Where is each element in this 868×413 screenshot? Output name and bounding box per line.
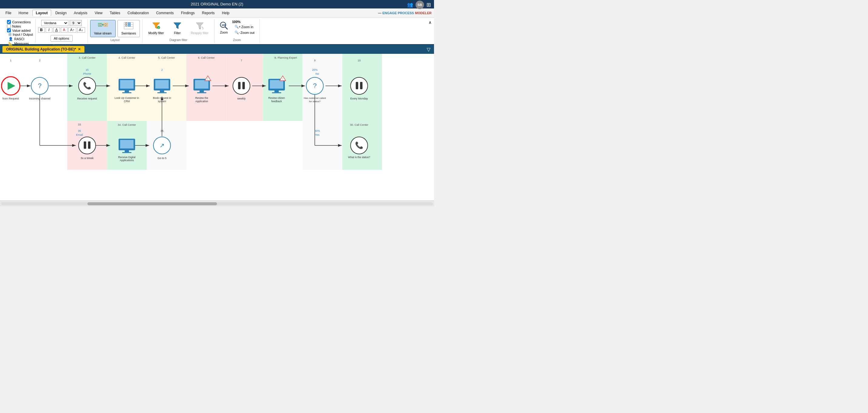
measures-icon: 📐 <box>8 41 13 46</box>
measures-label: Measures <box>14 42 29 45</box>
font-color-button[interactable]: A <box>61 27 67 33</box>
tab-close-button[interactable]: ✕ <box>78 47 81 51</box>
value-stream-button[interactable]: Value stream <box>90 20 116 37</box>
bold-button[interactable]: B <box>38 27 45 33</box>
menu-collaboration[interactable]: Collaboration <box>124 10 152 16</box>
node-3-phone-icon: 📞 <box>83 82 91 90</box>
filter-group-label: Diagram filter <box>169 37 187 42</box>
node-2-question-icon: ? <box>38 82 41 90</box>
node-1-label: from Request <box>2 97 19 100</box>
node-5-label-2: system <box>158 100 166 103</box>
filter-buttons-row: ✓ Modify filter Filter <box>145 20 212 36</box>
node-9-question-icon: ? <box>313 82 317 90</box>
shrink-font-button[interactable]: A↓ <box>77 27 85 33</box>
swimlane-6-label: 6. Call Center <box>198 56 215 59</box>
node-8-label-2: feedback <box>272 100 282 103</box>
tab-label: ORIGINAL Building Application (TO-BE)* <box>6 47 76 51</box>
num-35: 35 <box>160 129 163 132</box>
menu-help[interactable]: Help <box>219 10 232 16</box>
menu-home[interactable]: Home <box>16 10 31 16</box>
zoom-group-label: Zoom <box>233 37 241 42</box>
modify-filter-button[interactable]: ✓ Modify filter <box>145 20 167 36</box>
menu-bar: File Home Layout Design Analysis View Ta… <box>0 8 434 18</box>
value-stream-icon <box>98 22 108 31</box>
svg-marker-15 <box>174 23 181 29</box>
node-10-circle[interactable] <box>350 77 368 95</box>
node-6-warning-text: ! <box>207 77 208 80</box>
grid-icon[interactable]: ⊞ <box>427 2 431 8</box>
node-33-pause-bar1 <box>84 141 86 149</box>
svg-line-19 <box>225 27 227 29</box>
horizontal-scrollbar[interactable] <box>1 202 433 205</box>
scrollbar-area <box>0 201 434 207</box>
notes-checkbox[interactable] <box>7 24 11 28</box>
swimlane-5-label: 5. Call Center <box>158 56 175 59</box>
font-family-select[interactable]: Verdana <box>41 20 68 26</box>
italic-button[interactable]: I <box>46 27 52 33</box>
menu-design[interactable]: Design <box>52 10 70 16</box>
filter-label: Filter <box>174 31 181 35</box>
zoom-group: 100 Zoom 100% 🔍+ Zoom in 🔍- Zoom out Zoo… <box>215 19 260 43</box>
node-10-pause-bar1 <box>355 82 358 89</box>
zoom-in-button[interactable]: 🔍+ Zoom in <box>232 24 257 29</box>
process-tab[interactable]: ORIGINAL Building Application (TO-BE)* ✕ <box>2 46 85 53</box>
value-added-checkbox-row: Value added <box>7 28 31 32</box>
value-added-checkbox[interactable] <box>7 28 11 32</box>
menu-tables[interactable]: Tables <box>107 10 123 16</box>
value-added-label: Value added <box>12 29 31 32</box>
menu-view[interactable]: View <box>92 10 105 16</box>
reapply-filter-icon <box>195 22 204 31</box>
menu-reports[interactable]: Reports <box>199 10 218 16</box>
io-icon: ⊞ <box>8 32 11 37</box>
underline-button[interactable]: A <box>53 27 60 33</box>
filter-button[interactable]: Filter <box>169 20 186 36</box>
rasci-icon: 👤 <box>8 37 13 41</box>
zoom-out-icon: 🔍- <box>235 31 240 34</box>
modify-filter-icon: ✓ <box>152 22 160 31</box>
menu-layout[interactable]: Layout <box>32 10 51 16</box>
num-33: 33 <box>78 123 81 126</box>
node-33-circle[interactable] <box>79 137 96 154</box>
all-options-button[interactable]: All options <box>51 35 73 42</box>
showhide-right-items: ⊞ Input / Output 👤 RASCI 📐 Measures <box>8 32 33 46</box>
node-35-goto-icon: ↗ <box>159 142 165 149</box>
zoom-out-button[interactable]: 🔍- Zoom out <box>232 30 257 35</box>
node-9-no-annotation: No <box>315 72 319 75</box>
zoom-in-icon: 🔍+ <box>235 25 241 29</box>
node-5-stand <box>160 91 164 92</box>
menu-comments[interactable]: Comments <box>153 10 177 16</box>
collapse-ribbon-button[interactable]: ∧ <box>429 20 432 25</box>
node-4-label-2: CRM <box>124 100 130 103</box>
reapply-filter-label: Reapply filter <box>191 31 208 35</box>
zoom-button[interactable]: 100 Zoom <box>217 20 231 35</box>
menu-file[interactable]: File <box>2 10 14 16</box>
user-avatar[interactable]: SB <box>415 1 424 9</box>
node-34-label-1: Receive Digital <box>118 156 135 159</box>
node-5-label-1: Book request in <box>153 97 171 100</box>
zoom-label: Zoom <box>220 31 228 34</box>
node-33-email-annotation: Email <box>76 133 83 136</box>
node-8-label-1: Review citizen <box>269 97 285 100</box>
grow-font-button[interactable]: A↑ <box>68 27 76 33</box>
num-1: 1 <box>10 59 11 62</box>
reapply-filter-button[interactable]: Reapply filter <box>187 20 212 36</box>
node-5-base <box>157 92 166 93</box>
svg-text:100: 100 <box>221 24 226 27</box>
showhide-group: Connections Notes Value added ⊞ Input / … <box>2 19 36 43</box>
connections-checkbox-row: Connections <box>7 20 31 24</box>
node-7-circle[interactable] <box>233 77 250 95</box>
title-bar: 2021 ORIGINAL Demo EN (2) 👥 SB ⊞ <box>0 0 434 8</box>
font-size-select[interactable]: 9 <box>70 20 82 26</box>
menu-findings[interactable]: Findings <box>178 10 198 16</box>
node-3-phone-annotation: Phone <box>83 72 91 75</box>
svg-text:✓: ✓ <box>158 27 160 29</box>
node-9-label-2: for status? <box>309 100 320 103</box>
scrollbar-thumb[interactable] <box>88 202 217 205</box>
node-4-label-1: Look Up Customer in <box>115 97 139 100</box>
menu-analysis[interactable]: Analysis <box>71 10 91 16</box>
svg-rect-9 <box>128 23 130 24</box>
swimlanes-button[interactable]: Swimlanes <box>117 20 140 37</box>
num-2: 2 <box>39 59 40 62</box>
connections-checkbox[interactable] <box>7 20 11 24</box>
node-10-pause-bar2 <box>360 82 363 89</box>
